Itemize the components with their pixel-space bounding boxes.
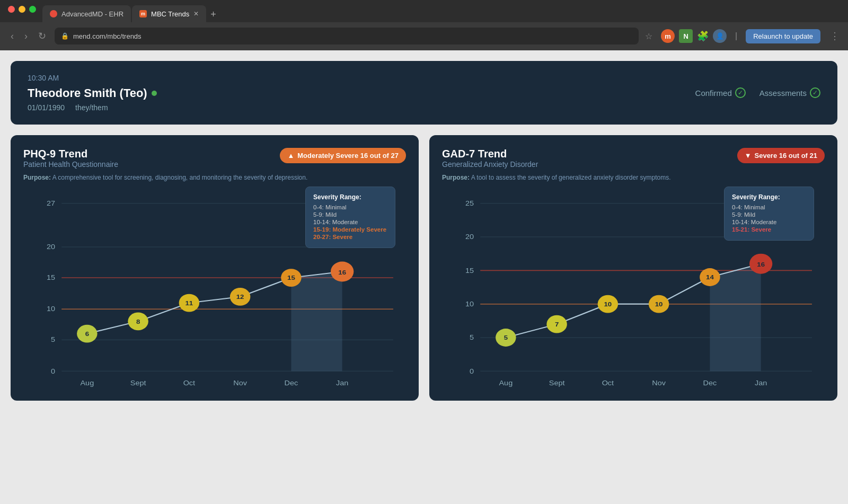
x-label-aug: Aug: [80, 379, 94, 387]
gad7-dp-dec-label: 14: [706, 274, 714, 281]
gad7-x-dec: Dec: [703, 379, 717, 387]
gad7-dp-aug-label: 5: [504, 334, 508, 341]
phq9-badge-icon: ▲: [287, 152, 294, 160]
profile-avatar-icon[interactable]: 👤: [713, 29, 727, 43]
gad7-title: GAD-7 Trend: [442, 148, 538, 160]
confirmed-check-icon: ✓: [735, 87, 746, 98]
gad7-chart-area: Severity Range: 0-4: Minimal 5-9: Mild 1…: [442, 187, 825, 388]
forward-button[interactable]: ›: [22, 29, 30, 44]
gad7-badge-label: Severe 16 out of 21: [755, 152, 818, 160]
dp-nov-label: 12: [236, 294, 244, 300]
gad7-purpose: Purpose: A tool to assess the severity o…: [442, 174, 825, 181]
y-label-5: 5: [51, 336, 55, 343]
dp-jan-label: 16: [338, 269, 346, 276]
back-button[interactable]: ‹: [8, 29, 16, 44]
window-minimize[interactable]: [19, 6, 25, 13]
gad7-chart-card: GAD-7 Trend Generalized Anxiety Disorder…: [429, 135, 837, 401]
phq9-chart-card: PHQ-9 Trend Patient Health Questionnaire…: [11, 135, 419, 401]
extensions-icon[interactable]: 🧩: [697, 30, 709, 42]
x-label-jan: Jan: [336, 379, 348, 387]
more-options-icon[interactable]: ⋮: [830, 30, 840, 42]
new-tab-button[interactable]: +: [206, 7, 220, 22]
patient-name: Theodore Smith (Teo): [28, 86, 157, 100]
address-bar[interactable]: 🔒 mend.com/mbc/trends: [55, 28, 639, 45]
gad7-dp-nov-label: 10: [655, 301, 663, 308]
assessments-label: Assessments: [759, 89, 807, 98]
gad7-purpose-text: A tool to assess the severity of general…: [471, 174, 671, 181]
mend-profile-icon[interactable]: m: [661, 29, 675, 43]
extension-icon-n[interactable]: N: [679, 29, 693, 43]
gad7-dp-sept-label: 7: [555, 321, 559, 328]
window-close[interactable]: [8, 6, 15, 13]
dp-aug-label: 6: [85, 331, 89, 338]
confirmed-action[interactable]: Confirmed ✓: [695, 87, 746, 98]
relaunch-button[interactable]: Relaunch to update: [746, 29, 820, 43]
mend-favicon: m: [139, 10, 147, 17]
gad7-y-0: 0: [470, 367, 474, 375]
gad7-severity-tooltip: Severity Range: 0-4: Minimal 5-9: Mild 1…: [724, 187, 814, 241]
gad7-x-aug: Aug: [499, 379, 513, 387]
phq9-badge-label: Moderately Severe 16 out of 27: [297, 152, 399, 160]
assessments-check-icon: ✓: [810, 87, 820, 98]
gad7-x-oct: Oct: [602, 379, 614, 387]
gad7-badge-icon: ▼: [745, 152, 752, 160]
dp-dec-label: 15: [287, 275, 295, 281]
gad7-tt-moderate: 10-14: Moderate: [732, 219, 806, 225]
url-display: mend.com/mbc/trends: [73, 32, 632, 40]
patient-meta: 01/01/1990 they/them: [28, 103, 157, 112]
dp-sept-label: 8: [136, 318, 140, 325]
tab-advancedmd-label: AdvancedMD - EHR: [61, 10, 123, 18]
gad7-dp-oct-label: 10: [604, 301, 612, 308]
advancedmd-favicon: [50, 10, 57, 17]
gad7-tt-title: Severity Range:: [732, 193, 806, 201]
phq9-tt-title: Severity Range:: [313, 193, 387, 201]
y-label-20: 20: [47, 243, 56, 251]
gad7-tt-severe: 15-21: Severe: [732, 226, 806, 233]
gad7-y-25: 25: [465, 200, 474, 207]
gad7-x-jan: Jan: [755, 379, 767, 387]
gad7-dp-jan-label: 16: [757, 261, 765, 268]
gad7-y-15: 15: [465, 267, 474, 274]
lock-icon: 🔒: [61, 32, 69, 40]
dp-oct-label: 11: [186, 300, 193, 307]
phq9-title: PHQ-9 Trend: [23, 148, 118, 160]
phq9-tt-mod-severe: 15-19: Moderately Severe: [313, 226, 387, 233]
chart-fill-area: [291, 271, 342, 371]
gad7-x-sept: Sept: [549, 379, 565, 387]
y-label-15: 15: [47, 274, 55, 281]
online-status-dot: [152, 91, 157, 96]
phq9-purpose-text: A comprehensive tool for screening, diag…: [52, 174, 308, 181]
bookmark-icon[interactable]: ☆: [645, 31, 652, 41]
appointment-time: 10:30 AM: [28, 74, 157, 82]
phq9-purpose-label: Purpose:: [23, 174, 51, 181]
x-label-dec: Dec: [285, 379, 298, 387]
gad7-x-nov: Nov: [652, 379, 666, 387]
x-label-sept: Sept: [130, 379, 146, 387]
phq9-subtitle: Patient Health Questionnaire: [23, 160, 118, 169]
charts-row: PHQ-9 Trend Patient Health Questionnaire…: [11, 135, 837, 401]
phq9-purpose: Purpose: A comprehensive tool for screen…: [23, 174, 406, 181]
phq9-tt-moderate: 10-14: Moderate: [313, 219, 387, 225]
tab-mbc-trends-label: MBC Trends: [151, 10, 189, 18]
gad7-tt-minimal: 0-4: Minimal: [732, 204, 806, 210]
phq9-tt-minimal: 0-4: Minimal: [313, 204, 387, 210]
reload-button[interactable]: ↻: [36, 28, 48, 44]
phq9-severity-tooltip: Severity Range: 0-4: Minimal 5-9: Mild 1…: [305, 187, 395, 248]
tab-advancedmd[interactable]: AdvancedMD - EHR: [42, 5, 131, 22]
gad7-subtitle: Generalized Anxiety Disorder: [442, 160, 538, 169]
phq9-tt-severe: 20-27: Severe: [313, 234, 387, 240]
gad7-y-5: 5: [470, 334, 474, 341]
tab-mbc-trends[interactable]: m MBC Trends ✕: [132, 5, 206, 22]
window-maximize[interactable]: [29, 6, 36, 13]
gad7-tt-mild: 5-9: Mild: [732, 211, 806, 218]
phq9-tt-mild: 5-9: Mild: [313, 211, 387, 218]
confirmed-label: Confirmed: [695, 89, 732, 98]
assessments-action[interactable]: Assessments ✓: [759, 87, 820, 98]
x-label-nov: Nov: [233, 379, 247, 387]
gad7-purpose-label: Purpose:: [442, 174, 470, 181]
x-label-oct: Oct: [183, 379, 196, 387]
y-label-27: 27: [47, 200, 55, 207]
patient-pronouns: they/them: [75, 103, 108, 112]
gad7-y-10: 10: [465, 300, 474, 308]
tab-close-icon[interactable]: ✕: [193, 10, 199, 17]
